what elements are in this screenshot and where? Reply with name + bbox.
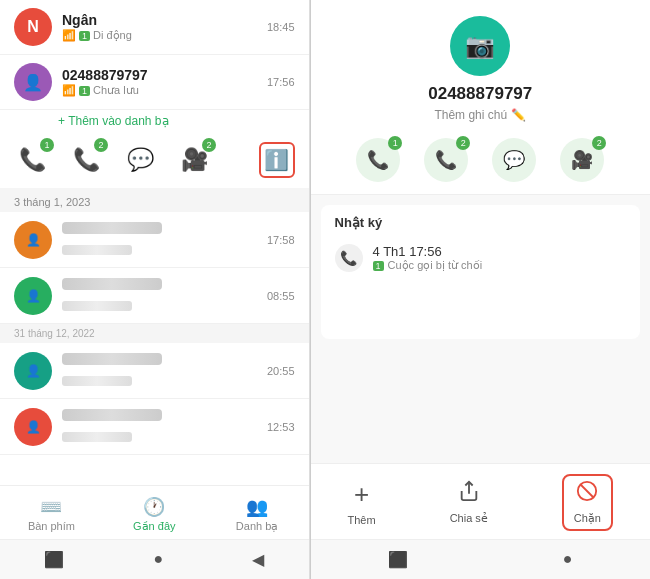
detail-sub: Thêm ghi chú ✏️ <box>434 108 526 122</box>
sim-icon-2: 📶 <box>62 84 76 97</box>
avatar-call-1: 👤 <box>14 277 52 315</box>
sys-square-right[interactable]: ⬛ <box>368 546 428 573</box>
call-time-3: 12:53 <box>267 421 295 433</box>
contact-status-ngan: Di động <box>93 29 132 42</box>
blurred-sub-3 <box>62 432 132 442</box>
call-item-1[interactable]: 👤 08:55 <box>0 268 309 324</box>
call1-badge: 1 <box>40 138 54 152</box>
add-contact-label: + Thêm vào danh bạ <box>58 114 169 128</box>
blurred-sub-1 <box>62 301 132 311</box>
log-details: 4 Th1 17:56 1 Cuộc gọi bị từ chối <box>373 244 483 272</box>
detail-message-btn[interactable]: 💬 <box>492 138 536 182</box>
sim-badge-ngan: 1 <box>79 31 90 41</box>
block-icon <box>576 480 598 508</box>
contact-name-unknown: 02488879797 <box>62 67 267 83</box>
detail-avatar: 📷 <box>450 16 510 76</box>
sim-badge-unknown: 1 <box>79 86 90 96</box>
keypad-icon: ⌨️ <box>40 496 62 518</box>
blurred-name-0 <box>62 222 162 234</box>
system-nav-left: ⬛ ● ◀ <box>0 539 309 579</box>
sys-back-left[interactable]: ◀ <box>232 546 284 573</box>
call-info-3 <box>62 407 267 446</box>
contact-sub-unknown: 📶 1 Chưa lưu <box>62 84 267 97</box>
call-time-2: 20:55 <box>267 365 295 377</box>
blurred-name-2 <box>62 353 162 365</box>
nav-contacts-label: Danh bạ <box>236 520 278 533</box>
edit-icon[interactable]: ✏️ <box>511 108 526 122</box>
contacts-icon: 👥 <box>246 496 268 518</box>
action-icons-row: 📞 1 📞 2 💬 🎥 2 ℹ️ <box>0 136 309 188</box>
add-btn[interactable]: + Thêm <box>348 479 376 526</box>
call-list: 👤 17:58 👤 08:55 31 tháng 12, 2022 👤 20:5… <box>0 212 309 485</box>
call-item-2[interactable]: 👤 20:55 <box>0 343 309 399</box>
call-item-0[interactable]: 👤 17:58 <box>0 212 309 268</box>
add-icon: + <box>354 479 369 510</box>
video-btn[interactable]: 🎥 2 <box>176 142 212 178</box>
contact-time-ngan: 18:45 <box>267 21 295 33</box>
log-title: Nhật ký <box>335 215 626 230</box>
call-item-3[interactable]: 👤 12:53 <box>0 399 309 455</box>
contact-time-unknown: 17:56 <box>267 76 295 88</box>
detail-video-badge: 2 <box>592 136 606 150</box>
sim-icon: 📶 <box>62 29 76 42</box>
call2-badge: 2 <box>94 138 108 152</box>
recent-icon: 🕐 <box>143 496 165 518</box>
contact-sub-ngan: 📶 1 Di động <box>62 29 267 42</box>
detail-sub-label: Thêm ghi chú <box>434 108 507 122</box>
sys-square-left[interactable]: ⬛ <box>24 546 84 573</box>
sys-circle-right[interactable]: ● <box>543 546 593 573</box>
blurred-sub-0 <box>62 245 132 255</box>
avatar-unknown: 👤 <box>14 63 52 101</box>
bottom-actions: + Thêm Chia sẻ Chặn <box>311 463 650 539</box>
contact-detail-header: 📷 02488879797 Thêm ghi chú ✏️ 📞 1 📞 2 <box>311 0 650 195</box>
log-call-icon: 📞 <box>335 244 363 272</box>
left-panel: N Ngân 📶 1 Di động 18:45 👤 02488879797 📶… <box>0 0 310 579</box>
call-info-2 <box>62 351 267 390</box>
blurred-sub-2 <box>62 376 132 386</box>
nav-keypad[interactable]: ⌨️ Bàn phím <box>0 494 103 535</box>
avatar-call-2: 👤 <box>14 352 52 390</box>
contact-item-ngan[interactable]: N Ngân 📶 1 Di động 18:45 <box>0 0 309 55</box>
contact-item-unknown[interactable]: 👤 02488879797 📶 1 Chưa lưu 17:56 <box>0 55 309 110</box>
block-btn[interactable]: Chặn <box>562 474 613 531</box>
sys-circle-left[interactable]: ● <box>133 546 183 573</box>
avatar-ngan: N <box>14 8 52 46</box>
contact-status-unknown: Chưa lưu <box>93 84 139 97</box>
camera-icon: 📷 <box>465 32 495 60</box>
call-time-1: 08:55 <box>267 290 295 302</box>
detail-call2-icon: 📞 2 <box>424 138 468 182</box>
contact-info-unknown: 02488879797 📶 1 Chưa lưu <box>62 67 267 97</box>
section-date: 3 tháng 1, 2023 <box>0 188 309 212</box>
log-status: 1 Cuộc gọi bị từ chối <box>373 259 483 272</box>
nav-contacts[interactable]: 👥 Danh bạ <box>206 494 309 535</box>
detail-call1-badge: 1 <box>388 136 402 150</box>
nav-keypad-label: Bàn phím <box>28 520 75 532</box>
call-info-0 <box>62 220 267 259</box>
log-item: 📞 4 Th1 17:56 1 Cuộc gọi bị từ chối <box>335 238 626 278</box>
nav-recent[interactable]: 🕐 Gần đây <box>103 494 206 535</box>
info-btn[interactable]: ℹ️ <box>259 142 295 178</box>
share-btn[interactable]: Chia sẻ <box>450 480 488 525</box>
detail-video-btn[interactable]: 🎥 2 <box>560 138 604 182</box>
call2-btn[interactable]: 📞 2 <box>68 142 104 178</box>
log-section: Nhật ký 📞 4 Th1 17:56 1 Cuộc gọi bị từ c… <box>321 205 640 339</box>
log-status-text: Cuộc gọi bị từ chối <box>388 259 483 272</box>
detail-phone: 02488879797 <box>428 84 532 104</box>
call1-btn[interactable]: 📞 1 <box>14 142 50 178</box>
block-label: Chặn <box>574 512 601 525</box>
blurred-name-3 <box>62 409 162 421</box>
log-sim-badge: 1 <box>373 261 384 271</box>
detail-video-icon: 🎥 2 <box>560 138 604 182</box>
add-contact-row[interactable]: + Thêm vào danh bạ <box>0 110 309 136</box>
detail-actions: 📞 1 📞 2 💬 🎥 2 <box>356 138 604 182</box>
detail-call1-btn[interactable]: 📞 1 <box>356 138 400 182</box>
detail-call2-btn[interactable]: 📞 2 <box>424 138 468 182</box>
share-label: Chia sẻ <box>450 512 488 525</box>
detail-message-icon: 💬 <box>492 138 536 182</box>
bottom-nav: ⌨️ Bàn phím 🕐 Gần đây 👥 Danh bạ <box>0 485 309 539</box>
blurred-name-1 <box>62 278 162 290</box>
detail-call2-badge: 2 <box>456 136 470 150</box>
share-icon <box>458 480 480 508</box>
avatar-call-0: 👤 <box>14 221 52 259</box>
message-btn[interactable]: 💬 <box>122 142 158 178</box>
